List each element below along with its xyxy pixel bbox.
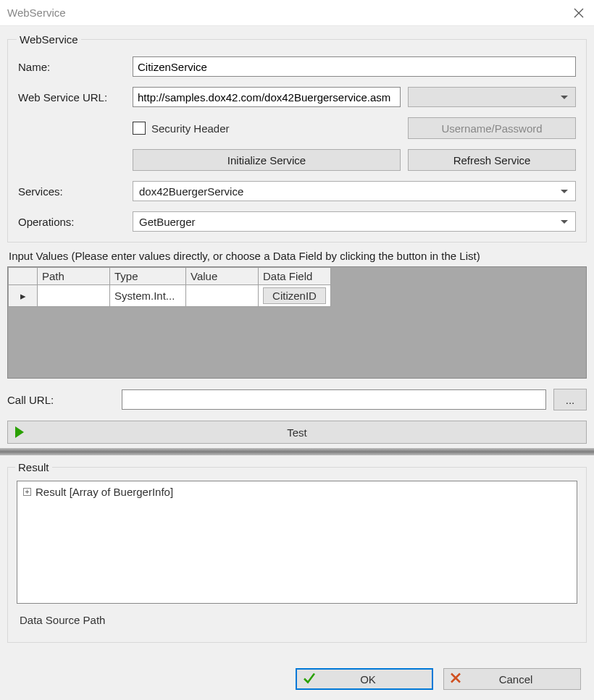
datafield-button[interactable]: CitizenID xyxy=(263,287,326,304)
security-header-checkbox[interactable]: Security Header xyxy=(133,122,401,135)
name-label: Name: xyxy=(18,61,125,73)
url-dropdown[interactable] xyxy=(408,87,576,107)
result-group: Result + Result [Array of BuergerInfo] D… xyxy=(7,461,587,643)
browse-button[interactable]: ... xyxy=(553,389,587,410)
cell-path[interactable]: ID xyxy=(38,285,110,307)
result-tree[interactable]: + Result [Array of BuergerInfo] xyxy=(17,481,577,604)
data-source-path-label: Data Source Path xyxy=(20,614,577,626)
operations-label: Operations: xyxy=(18,216,125,228)
result-legend: Result xyxy=(15,461,52,473)
ok-button[interactable]: OK xyxy=(296,668,433,690)
grid-header-row: Path Type Value Data Field xyxy=(9,268,331,285)
grid-row[interactable]: ▸ ID System.Int... CitizenID xyxy=(9,285,331,307)
col-value[interactable]: Value xyxy=(186,268,259,285)
url-input[interactable] xyxy=(133,87,401,107)
url-label: Web Service URL: xyxy=(18,91,125,104)
tree-root[interactable]: + Result [Array of BuergerInfo] xyxy=(23,486,571,498)
security-header-label: Security Header xyxy=(151,122,230,135)
input-grid[interactable]: Path Type Value Data Field ▸ ID System.I… xyxy=(7,266,587,379)
check-icon xyxy=(303,672,316,687)
chevron-down-icon xyxy=(561,96,568,99)
username-password-button[interactable]: Username/Password xyxy=(408,117,576,139)
call-url-input[interactable] xyxy=(122,389,546,410)
input-values-hint: Input Values (Please enter values direct… xyxy=(9,250,587,262)
call-url-label: Call URL: xyxy=(7,394,114,406)
services-value: dox42BuergerService xyxy=(139,185,243,198)
services-select[interactable]: dox42BuergerService xyxy=(133,181,576,201)
tree-root-label: Result [Array of BuergerInfo] xyxy=(35,486,173,498)
operations-select[interactable]: GetBuerger xyxy=(133,211,576,232)
footer-buttons: OK Cancel xyxy=(296,668,581,690)
cancel-button[interactable]: Cancel xyxy=(443,668,581,690)
webservice-group: WebService Name: Web Service URL: Securi… xyxy=(7,33,587,243)
webservice-legend: WebService xyxy=(17,33,81,46)
splitter[interactable] xyxy=(0,448,594,455)
dialog-body: WebService Name: Web Service URL: Securi… xyxy=(0,26,594,700)
test-button[interactable]: Test xyxy=(7,421,587,444)
window-title: WebService xyxy=(7,7,66,19)
checkbox-icon xyxy=(133,122,146,135)
cell-type[interactable]: System.Int... xyxy=(110,285,186,307)
chevron-down-icon xyxy=(561,220,568,224)
col-type[interactable]: Type xyxy=(110,268,186,285)
refresh-service-button[interactable]: Refresh Service xyxy=(408,149,576,171)
cancel-icon xyxy=(450,672,461,686)
initialize-service-button[interactable]: Initialize Service xyxy=(133,149,401,171)
name-input[interactable] xyxy=(133,56,576,77)
play-icon xyxy=(15,426,24,438)
chevron-down-icon xyxy=(561,190,568,193)
operations-value: GetBuerger xyxy=(139,216,196,228)
close-icon[interactable] xyxy=(574,8,584,18)
expand-icon[interactable]: + xyxy=(23,488,31,496)
services-label: Services: xyxy=(18,185,125,198)
col-path[interactable]: Path xyxy=(38,268,110,285)
row-marker: ▸ xyxy=(9,285,38,307)
cell-value[interactable] xyxy=(186,285,259,307)
col-datafield[interactable]: Data Field xyxy=(259,268,331,285)
titlebar: WebService xyxy=(0,0,594,26)
